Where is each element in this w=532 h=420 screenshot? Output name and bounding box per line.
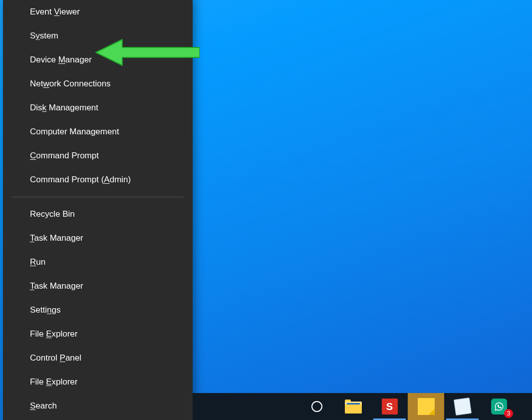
menu-item-accel: P (60, 353, 65, 363)
menu-item-label-post: dmin) (110, 175, 131, 184)
snagit-icon: S (382, 399, 398, 415)
menu-item-label-post: earch (35, 401, 57, 411)
menu-item-accel: S (30, 401, 35, 411)
menu-item-accel: w (43, 79, 49, 88)
menu-item-command-prompt[interactable]: Command Prompt (3, 144, 193, 168)
menu-item-accel: E (46, 329, 51, 339)
menu-item-label-post: gs (52, 305, 61, 315)
menu-item-control-panel[interactable]: Control Panel (3, 346, 193, 370)
menu-item-recycle-bin[interactable]: Recycle Bin (3, 202, 193, 226)
menu-item-network-connections[interactable]: Network Connections (3, 72, 193, 96)
notepad-icon (453, 398, 471, 416)
menu-item-label-post: stem (40, 31, 58, 40)
menu-item-label-post: un (36, 257, 45, 267)
menu-item-label-post: iewer (59, 7, 80, 16)
notification-badge: 3 (504, 409, 513, 418)
taskbar-item-cortana[interactable] (298, 393, 335, 420)
menu-item-label: Recycle (30, 209, 62, 219)
menu-item-label: Net (30, 79, 43, 88)
menu-item-label-post: ommand Prompt (36, 151, 99, 160)
taskbar-item-notepad[interactable] (444, 393, 481, 420)
menu-item-label: Computer Mana (30, 127, 91, 136)
file-explorer-icon (345, 400, 362, 414)
taskbar-item-sticky-notes[interactable] (408, 393, 444, 420)
menu-item-accel: g (91, 127, 95, 136)
menu-item-accel: C (30, 151, 36, 160)
taskbar-spacer (193, 393, 298, 420)
menu-item-run[interactable]: Run (3, 250, 193, 274)
menu-item-label: Setti (30, 305, 47, 315)
menu-item-accel: A (104, 175, 109, 184)
menu-item-accel: E (46, 377, 51, 387)
menu-item-search[interactable]: Search (3, 394, 193, 418)
menu-item-label-post: xplorer (51, 329, 77, 339)
menu-item-label-post: ork Connections (49, 79, 111, 88)
menu-item-disk-management[interactable]: Disk Management (3, 96, 193, 120)
menu-item-accel: k (42, 103, 47, 112)
sticky-notes-icon (418, 398, 435, 415)
menu-item-label-post: ask Manager (34, 281, 83, 291)
menu-group-2: Recycle Bin Task Manager Run Task Manage… (3, 200, 193, 420)
menu-item-accel: R (30, 257, 36, 267)
winx-context-menu: Event Viewer System Device Manager Netwo… (3, 0, 193, 420)
menu-item-accel: n (47, 305, 51, 315)
menu-item-label-post: ask Manager (34, 233, 83, 243)
menu-item-label-post: anel (65, 353, 81, 363)
menu-item-label: File (30, 377, 46, 387)
menu-item-system[interactable]: System (3, 24, 193, 48)
menu-item-accel: T (30, 233, 34, 243)
menu-item-file-explorer[interactable]: File Explorer (3, 322, 193, 346)
menu-item-label-post: Bin (62, 209, 75, 219)
menu-item-computer-management[interactable]: Computer Management (3, 120, 193, 144)
menu-item-settings[interactable]: Settings (3, 298, 193, 322)
menu-item-label: S (30, 31, 35, 40)
menu-item-label: Dis (30, 103, 42, 112)
menu-item-device-manager[interactable]: Device Manager (3, 48, 193, 72)
menu-item-label-post: anager (65, 55, 92, 64)
taskbar-item-whatsapp[interactable]: 3 (481, 393, 517, 420)
taskbar-item-file-explorer[interactable] (335, 393, 371, 420)
menu-group-1: Event Viewer System Device Manager Netwo… (3, 0, 193, 194)
menu-item-label: Event (30, 7, 54, 16)
menu-item-label: File (30, 329, 46, 339)
menu-item-file-explorer-2[interactable]: File Explorer (3, 370, 193, 394)
taskbar-item-snagit[interactable]: S (371, 393, 408, 420)
menu-item-label: Control (30, 353, 60, 363)
menu-item-label-post: Management (46, 103, 98, 112)
menu-item-label: Command Prompt ( (30, 175, 104, 184)
menu-item-label-post: xplorer (51, 377, 77, 387)
menu-item-event-viewer[interactable]: Event Viewer (3, 0, 193, 24)
menu-item-accel: M (58, 55, 65, 64)
cortana-ring-icon (311, 401, 322, 412)
menu-item-command-prompt-admin[interactable]: Command Prompt (Admin) (3, 168, 193, 192)
menu-separator (12, 197, 184, 197)
menu-item-task-manager[interactable]: Task Manager (3, 226, 193, 250)
menu-item-accel: y (35, 31, 40, 40)
menu-item-accel: V (54, 7, 59, 16)
menu-item-label-post: ement (95, 127, 119, 136)
menu-item-accel: T (30, 281, 34, 291)
menu-item-task-manager-2[interactable]: Task Manager (3, 274, 193, 298)
taskbar: S 3 (193, 393, 532, 420)
menu-item-label: Device (30, 55, 58, 64)
